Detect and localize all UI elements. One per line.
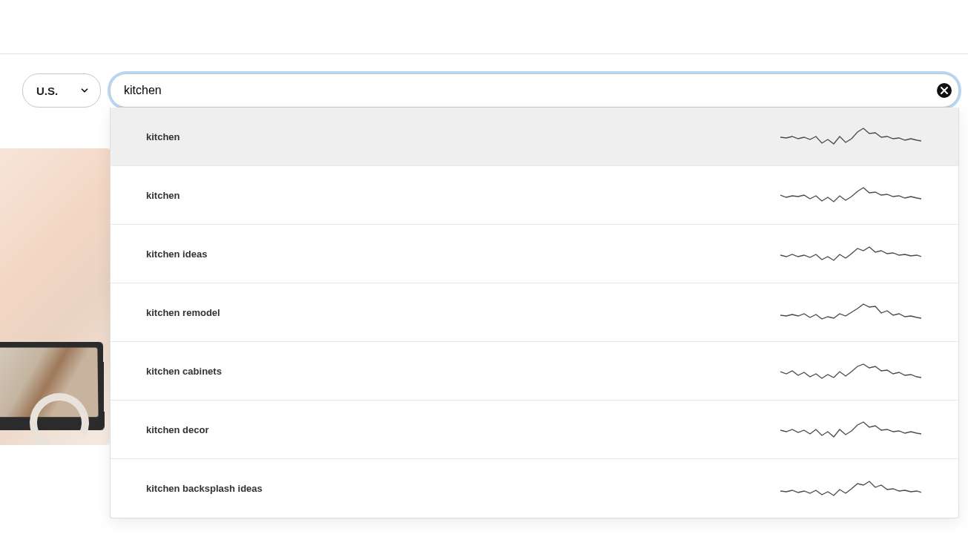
- suggestion-label: kitchen: [146, 131, 180, 142]
- suggestion-label: kitchen remodel: [146, 307, 220, 318]
- sparkline-icon: [780, 418, 921, 441]
- chevron-down-icon: [79, 85, 90, 96]
- sparkline-icon: [780, 125, 921, 148]
- suggestion-item[interactable]: kitchen: [111, 108, 958, 166]
- suggestion-label: kitchen backsplash ideas: [146, 483, 263, 494]
- suggestion-item[interactable]: kitchen remodel: [111, 283, 958, 342]
- sparkline-icon: [780, 300, 921, 324]
- suggestion-item[interactable]: kitchen: [111, 166, 958, 225]
- suggestion-item[interactable]: kitchen ideas: [111, 225, 958, 283]
- sparkline-icon: [780, 242, 921, 266]
- sparkline-icon: [780, 183, 921, 207]
- region-label: U.S.: [36, 85, 58, 97]
- suggestion-label: kitchen cabinets: [146, 366, 222, 377]
- suggestion-label: kitchen decor: [146, 424, 209, 435]
- top-spacer: [0, 0, 968, 53]
- suggestion-item[interactable]: kitchen decor: [111, 401, 958, 459]
- close-icon: [941, 87, 948, 94]
- suggestion-item[interactable]: kitchen backsplash ideas: [111, 459, 958, 518]
- suggestion-label: kitchen: [146, 190, 180, 201]
- search-input[interactable]: [110, 73, 959, 108]
- controls-row: U.S. kitchenkitchenkitchen ideaskitchen …: [0, 54, 968, 108]
- suggestions-dropdown: kitchenkitchenkitchen ideaskitchen remod…: [110, 108, 959, 518]
- clear-search-button[interactable]: [937, 83, 952, 98]
- sparkline-icon: [780, 477, 921, 501]
- region-select[interactable]: U.S.: [22, 73, 101, 108]
- suggestion-item[interactable]: kitchen cabinets: [111, 342, 958, 401]
- search-wrap: kitchenkitchenkitchen ideaskitchen remod…: [110, 73, 959, 108]
- sparkline-icon: [780, 359, 921, 383]
- suggestion-label: kitchen ideas: [146, 248, 207, 260]
